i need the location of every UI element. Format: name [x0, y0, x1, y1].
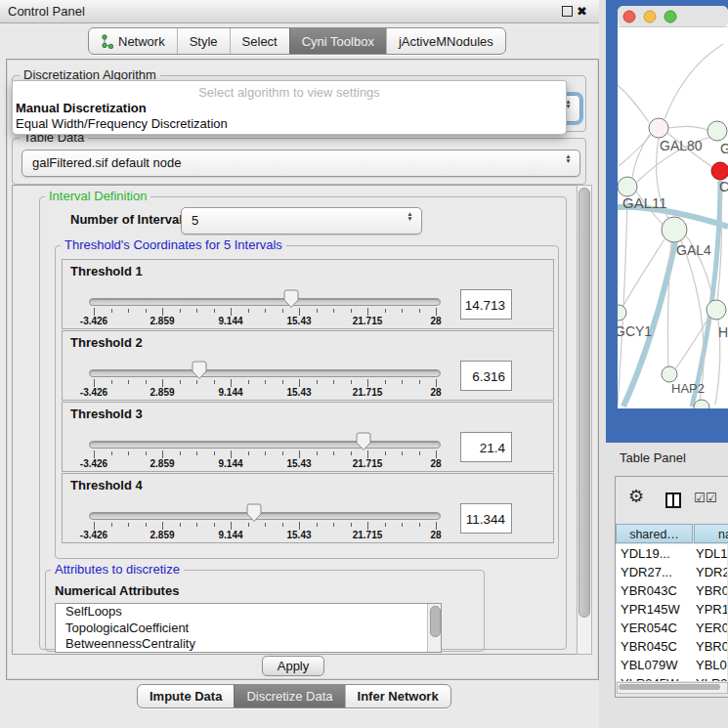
- threshold-1-slider[interactable]: [89, 298, 441, 306]
- settings-vertical-scrollbar[interactable]: [577, 185, 592, 655]
- threshold-2-label: Threshold 2: [70, 335, 143, 350]
- tick-mark: [214, 523, 215, 527]
- tab-impute-data[interactable]: Impute Data: [138, 685, 234, 707]
- tick-mark: [162, 450, 163, 458]
- algorithm-dropdown-popup: Select algorithm to view settings Manual…: [12, 80, 567, 135]
- list-scrollbar[interactable]: [427, 604, 441, 652]
- tick-mark: [146, 309, 147, 313]
- table-row[interactable]: YDR27...YDR2: [616, 563, 727, 581]
- attributes-group-title: Attributes to discretize: [51, 563, 184, 577]
- scrollbar-thumb[interactable]: [619, 684, 720, 690]
- column-header-name[interactable]: na: [694, 524, 728, 543]
- tick-label: 28: [414, 530, 457, 540]
- network-view-window[interactable]: GAL80 GA C GAL11 GAL4 GCY1 H HAP2: [606, 0, 728, 443]
- node-label-gal11: GAL11: [622, 194, 667, 211]
- table-row[interactable]: YER054CYER0: [616, 619, 727, 637]
- algorithm-hint-item[interactable]: Select algorithm to view settings: [13, 85, 566, 100]
- slider-thumb[interactable]: [192, 361, 207, 380]
- threshold-2-value-field[interactable]: 6.316: [460, 361, 512, 391]
- float-window-icon[interactable]: [562, 6, 573, 17]
- tick-label: -3.426: [72, 530, 115, 540]
- minimize-traffic-light[interactable]: [644, 11, 656, 22]
- node-gal11[interactable]: [618, 177, 637, 196]
- option-equal-width-frequency[interactable]: Equal Width/Frequency Discretization: [16, 116, 228, 131]
- node[interactable]: [707, 300, 726, 320]
- tick-mark: [333, 523, 334, 527]
- node-hap2[interactable]: [662, 366, 677, 382]
- scrollbar-thumb[interactable]: [430, 606, 441, 637]
- tick-mark: [351, 451, 352, 455]
- tick-mark: [231, 308, 232, 316]
- tab-cyni-toolbox[interactable]: Cyni Toolbox: [289, 28, 386, 54]
- tick-mark: [419, 380, 420, 384]
- node-gal4[interactable]: [662, 217, 687, 242]
- node[interactable]: [707, 121, 727, 141]
- tick-mark: [419, 523, 420, 527]
- tick-label: 2.859: [141, 458, 184, 469]
- threshold-2-slider[interactable]: [89, 369, 441, 377]
- slider-thumb[interactable]: [356, 432, 371, 451]
- table-row[interactable]: YPR145WYPR1: [616, 600, 727, 619]
- table-row[interactable]: YDL19...YDL1: [616, 544, 727, 563]
- tick-label: 21.715: [346, 387, 389, 398]
- node-selected-red[interactable]: [711, 162, 728, 180]
- tab-network-label: Network: [118, 34, 165, 49]
- node-gal80[interactable]: [649, 118, 668, 138]
- checkbox-icon[interactable]: ☑: [706, 491, 717, 505]
- split-columns-icon[interactable]: [665, 492, 681, 508]
- threshold-3-row: Threshold 3 -3.4262.8599.14415.4321.7152…: [62, 402, 554, 472]
- tick-mark: [94, 450, 95, 458]
- threshold-3-value-field[interactable]: 21.4: [460, 432, 512, 462]
- tick-mark: [402, 380, 403, 384]
- bottom-tabbar: Impute Data Discretize Data Infer Networ…: [137, 684, 451, 708]
- tab-network[interactable]: Network: [89, 28, 177, 54]
- option-manual-discretization[interactable]: Manual Discretization: [16, 101, 147, 115]
- tick-mark: [333, 451, 334, 455]
- number-of-intervals-value: 5: [192, 208, 198, 234]
- slider-thumb[interactable]: [283, 289, 299, 309]
- tab-select[interactable]: Select: [230, 28, 289, 54]
- tick-label: 28: [414, 458, 457, 469]
- table-row[interactable]: YBR045CYBR0: [616, 637, 727, 656]
- threshold-4-value-field[interactable]: 11.344: [460, 503, 512, 534]
- table-row[interactable]: YBL079WYBL0: [616, 656, 727, 674]
- checkbox-icon[interactable]: ☑: [694, 491, 706, 505]
- tick-mark: [317, 451, 318, 455]
- scrollbar-thumb[interactable]: [578, 188, 590, 618]
- zoom-traffic-light[interactable]: [664, 11, 676, 22]
- tick-mark: [419, 309, 420, 313]
- tick-mark: [265, 309, 266, 313]
- tab-style[interactable]: Style: [177, 28, 230, 54]
- tick-mark: [248, 309, 249, 313]
- threshold-4-slider[interactable]: [89, 512, 441, 520]
- list-item[interactable]: SelfLoops: [56, 604, 441, 621]
- tab-infer-network[interactable]: Infer Network: [345, 685, 450, 707]
- tab-discretize-data[interactable]: Discretize Data: [234, 685, 344, 707]
- tab-jactivemnodules[interactable]: jActiveMNodules: [386, 28, 505, 54]
- apply-button[interactable]: Apply: [262, 656, 324, 676]
- threshold-1-value-field[interactable]: 14.713: [460, 289, 512, 320]
- column-header-shared-name[interactable]: shared…: [616, 524, 693, 543]
- tick-mark: [146, 380, 147, 384]
- number-of-intervals-combobox[interactable]: 5 ▲▼: [181, 207, 422, 235]
- tick-mark: [146, 451, 147, 455]
- table-row[interactable]: YBR043CYBR0: [616, 581, 727, 600]
- close-icon[interactable]: ✖: [577, 2, 587, 21]
- table-data-combobox[interactable]: galFiltered.sif default node ▲▼: [21, 150, 580, 177]
- table-row[interactable]: YLR345WYLR3: [616, 674, 727, 681]
- tick-mark: [436, 379, 437, 387]
- table-horizontal-scrollbar[interactable]: [617, 682, 728, 694]
- tick-mark: [146, 523, 147, 527]
- gear-icon[interactable]: ⚙: [628, 488, 644, 505]
- threshold-4-label: Threshold 4: [70, 478, 143, 492]
- list-item[interactable]: TopologicalCoefficient: [56, 621, 441, 637]
- list-item[interactable]: BetweennessCentrality: [56, 636, 441, 653]
- tick-mark: [351, 380, 352, 384]
- tick-mark: [299, 450, 300, 458]
- slider-thumb[interactable]: [246, 503, 262, 523]
- close-traffic-light[interactable]: [623, 11, 635, 22]
- tick-mark: [214, 380, 215, 384]
- threshold-3-slider[interactable]: [89, 441, 441, 449]
- tick-label: 21.715: [346, 530, 389, 540]
- control-panel-titlebar[interactable]: Control Panel ✖: [0, 0, 599, 23]
